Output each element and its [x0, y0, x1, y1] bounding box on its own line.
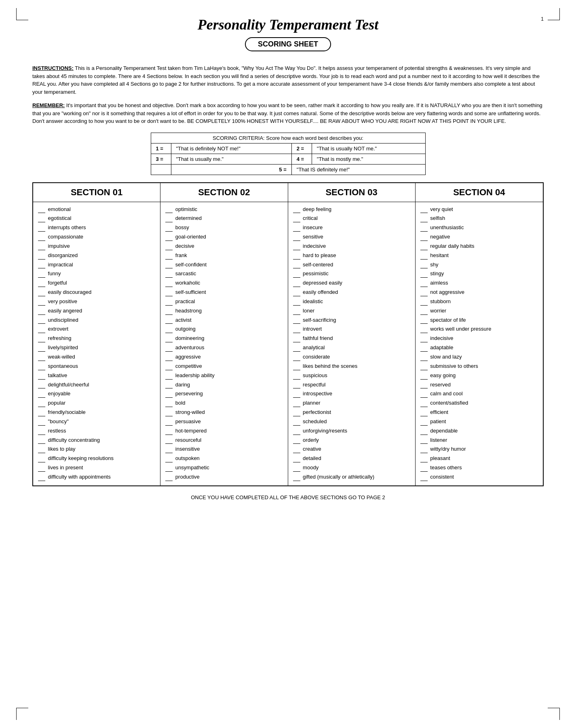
score-blank[interactable] [293, 344, 300, 352]
score-blank[interactable] [420, 473, 428, 481]
score-blank[interactable] [420, 344, 428, 352]
score-blank[interactable] [165, 390, 173, 398]
score-blank[interactable] [420, 464, 428, 472]
score-blank[interactable] [165, 261, 173, 269]
score-blank[interactable] [165, 242, 173, 250]
score-blank[interactable] [293, 242, 300, 250]
score-blank[interactable] [420, 381, 428, 389]
score-blank[interactable] [293, 316, 300, 324]
score-blank[interactable] [38, 307, 45, 315]
score-blank[interactable] [165, 334, 173, 342]
score-blank[interactable] [420, 445, 428, 453]
score-blank[interactable] [293, 418, 300, 426]
score-blank[interactable] [293, 288, 300, 296]
score-blank[interactable] [165, 464, 173, 472]
score-blank[interactable] [293, 214, 300, 222]
score-blank[interactable] [38, 224, 45, 232]
score-blank[interactable] [293, 279, 300, 287]
score-blank[interactable] [420, 334, 428, 342]
score-blank[interactable] [293, 205, 300, 213]
score-blank[interactable] [293, 334, 300, 342]
score-blank[interactable] [165, 454, 173, 462]
score-blank[interactable] [420, 371, 428, 380]
score-blank[interactable] [420, 214, 428, 222]
score-blank[interactable] [293, 408, 300, 416]
score-blank[interactable] [420, 408, 428, 416]
score-blank[interactable] [38, 427, 45, 435]
score-blank[interactable] [38, 270, 45, 278]
score-blank[interactable] [293, 270, 300, 278]
score-blank[interactable] [165, 205, 173, 213]
score-blank[interactable] [165, 214, 173, 222]
score-blank[interactable] [38, 418, 45, 426]
score-blank[interactable] [420, 390, 428, 398]
score-blank[interactable] [165, 298, 173, 306]
score-blank[interactable] [165, 325, 173, 333]
score-blank[interactable] [293, 445, 300, 453]
score-blank[interactable] [165, 427, 173, 435]
score-blank[interactable] [420, 224, 428, 232]
score-blank[interactable] [420, 279, 428, 287]
score-blank[interactable] [38, 371, 45, 380]
score-blank[interactable] [420, 233, 428, 241]
score-blank[interactable] [420, 325, 428, 333]
score-blank[interactable] [293, 251, 300, 260]
score-blank[interactable] [165, 279, 173, 287]
score-blank[interactable] [165, 408, 173, 416]
score-blank[interactable] [165, 418, 173, 426]
score-blank[interactable] [420, 353, 428, 361]
score-blank[interactable] [38, 279, 45, 287]
score-blank[interactable] [38, 316, 45, 324]
score-blank[interactable] [165, 251, 173, 260]
score-blank[interactable] [38, 214, 45, 222]
score-blank[interactable] [38, 261, 45, 269]
score-blank[interactable] [420, 399, 428, 407]
score-blank[interactable] [38, 288, 45, 296]
score-blank[interactable] [165, 399, 173, 407]
score-blank[interactable] [38, 408, 45, 416]
score-blank[interactable] [420, 418, 428, 426]
score-blank[interactable] [293, 427, 300, 435]
score-blank[interactable] [38, 353, 45, 361]
score-blank[interactable] [293, 307, 300, 315]
score-blank[interactable] [420, 362, 428, 370]
score-blank[interactable] [165, 371, 173, 380]
score-blank[interactable] [165, 445, 173, 453]
score-blank[interactable] [165, 344, 173, 352]
score-blank[interactable] [165, 233, 173, 241]
score-blank[interactable] [38, 464, 45, 472]
score-blank[interactable] [420, 288, 428, 296]
score-blank[interactable] [293, 298, 300, 306]
score-blank[interactable] [420, 436, 428, 444]
score-blank[interactable] [293, 362, 300, 370]
score-blank[interactable] [293, 353, 300, 361]
score-blank[interactable] [38, 205, 45, 213]
score-blank[interactable] [38, 390, 45, 398]
score-blank[interactable] [420, 307, 428, 315]
score-blank[interactable] [293, 473, 300, 481]
score-blank[interactable] [293, 224, 300, 232]
score-blank[interactable] [38, 325, 45, 333]
score-blank[interactable] [165, 381, 173, 389]
score-blank[interactable] [420, 205, 428, 213]
score-blank[interactable] [165, 353, 173, 361]
score-blank[interactable] [38, 298, 45, 306]
score-blank[interactable] [165, 288, 173, 296]
score-blank[interactable] [165, 362, 173, 370]
score-blank[interactable] [38, 473, 45, 481]
score-blank[interactable] [38, 233, 45, 241]
score-blank[interactable] [293, 399, 300, 407]
score-blank[interactable] [293, 233, 300, 241]
score-blank[interactable] [165, 307, 173, 315]
score-blank[interactable] [38, 344, 45, 352]
score-blank[interactable] [165, 270, 173, 278]
score-blank[interactable] [38, 381, 45, 389]
score-blank[interactable] [293, 454, 300, 462]
score-blank[interactable] [293, 325, 300, 333]
score-blank[interactable] [38, 251, 45, 260]
score-blank[interactable] [420, 261, 428, 269]
score-blank[interactable] [38, 454, 45, 462]
score-blank[interactable] [165, 436, 173, 444]
score-blank[interactable] [38, 242, 45, 250]
score-blank[interactable] [420, 298, 428, 306]
